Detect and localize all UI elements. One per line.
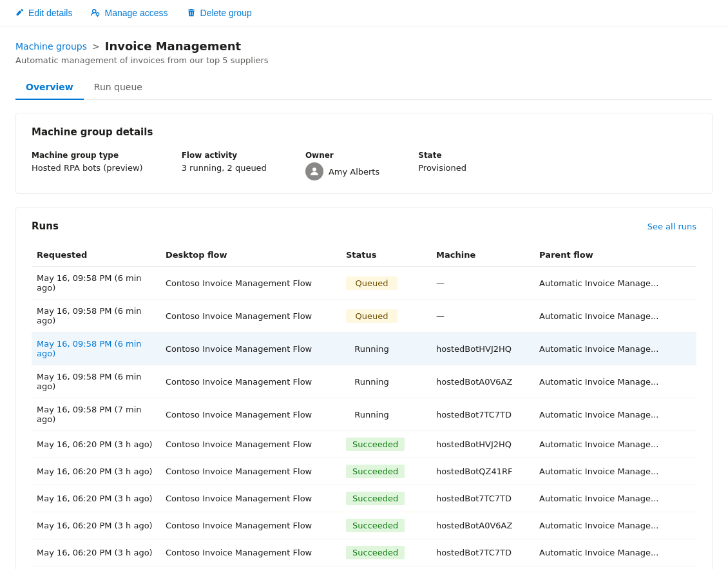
table-body: May 16, 09:58 PM (6 min ago)Contoso Invo…: [32, 267, 696, 566]
flow-activity-label: Flow activity: [182, 151, 267, 160]
svg-point-1: [97, 13, 99, 15]
cell-status: Running: [341, 333, 431, 365]
cell-machine: hostedBotQZ41RF: [431, 458, 534, 485]
delete-icon: [186, 8, 196, 18]
breadcrumb: Machine groups > Invoice Management: [15, 39, 713, 53]
status-badge: Running: [346, 375, 398, 389]
state-label: State: [418, 151, 466, 160]
cell-requested: May 16, 09:58 PM (6 min ago): [32, 267, 160, 300]
col-header-machine: Machine: [431, 245, 534, 267]
cell-machine: hostedBotHVJ2HQ: [431, 431, 534, 458]
table-row: May 16, 06:20 PM (3 h ago)Contoso Invoic…: [32, 512, 696, 539]
cell-desktop-flow: Contoso Invoice Management Flow: [160, 431, 341, 458]
type-label: Machine group type: [32, 151, 143, 160]
type-value: Hosted RPA bots (preview): [32, 163, 143, 173]
breadcrumb-parent-link[interactable]: Machine groups: [15, 41, 87, 52]
cell-machine: hostedBot7TC7TD: [431, 539, 534, 566]
cell-parent-flow: Automatic Invoice Manage...: [534, 333, 696, 365]
tab-overview[interactable]: Overview: [15, 75, 84, 100]
detail-type: Machine group type Hosted RPA bots (prev…: [32, 151, 143, 173]
cell-status: Queued: [341, 300, 431, 333]
cell-desktop-flow: Contoso Invoice Management Flow: [160, 300, 341, 333]
main-content: Machine groups > Invoice Management Auto…: [0, 26, 728, 569]
cell-status: Succeeded: [341, 512, 431, 539]
cell-parent-flow: Automatic Invoice Manage...: [534, 485, 696, 512]
edit-details-button[interactable]: Edit details: [13, 5, 73, 21]
status-badge: Succeeded: [346, 465, 405, 478]
runs-header: Runs See all runs: [32, 220, 696, 232]
page-title: Invoice Management: [105, 39, 241, 53]
owner-wrapper: Amy Alberts: [305, 162, 379, 180]
cell-requested: May 16, 09:58 PM (6 min ago): [32, 300, 160, 333]
cell-machine: hostedBotHVJ2HQ: [431, 333, 534, 365]
cell-desktop-flow: Contoso Invoice Management Flow: [160, 267, 341, 300]
delete-group-button[interactable]: Delete group: [185, 5, 253, 21]
cell-parent-flow: Automatic Invoice Manage...: [534, 431, 696, 458]
cell-machine: hostedBotA0V6AZ: [431, 365, 534, 398]
see-all-runs-link[interactable]: See all runs: [647, 222, 696, 231]
runs-card: Runs See all runs Requested Desktop flow…: [15, 207, 713, 569]
cell-status: Succeeded: [341, 485, 431, 512]
svg-point-0: [93, 10, 96, 13]
cell-requested: May 16, 06:20 PM (3 h ago): [32, 431, 160, 458]
table-row: May 16, 09:58 PM (6 min ago)Contoso Invo…: [32, 267, 696, 300]
cell-requested: May 16, 09:58 PM (7 min ago): [32, 398, 160, 431]
cell-parent-flow: Automatic Invoice Manage...: [534, 365, 696, 398]
page-description: Automatic management of invoices from ou…: [15, 55, 713, 65]
status-badge: Succeeded: [346, 492, 405, 505]
manage-access-button[interactable]: Manage access: [89, 5, 169, 21]
status-badge: Succeeded: [346, 546, 405, 559]
cell-machine: hostedBotA0V6AZ: [431, 512, 534, 539]
cell-status: Running: [341, 365, 431, 398]
owner-name: Amy Alberts: [329, 167, 379, 177]
table-header: Requested Desktop flow Status Machine Pa…: [32, 245, 696, 267]
cell-desktop-flow: Contoso Invoice Management Flow: [160, 458, 341, 485]
owner-label: Owner: [305, 151, 379, 160]
table-row: May 16, 06:20 PM (3 h ago)Contoso Invoic…: [32, 485, 696, 512]
breadcrumb-separator: >: [92, 41, 100, 52]
tab-run-queue[interactable]: Run queue: [84, 75, 153, 100]
col-header-status: Status: [341, 245, 431, 267]
cell-status: Succeeded: [341, 539, 431, 566]
svg-point-3: [312, 168, 316, 171]
manage-access-icon: [90, 8, 101, 18]
table-row: May 16, 09:58 PM (7 min ago)Contoso Invo…: [32, 398, 696, 431]
col-header-parent-flow: Parent flow: [534, 245, 696, 267]
cell-parent-flow: Automatic Invoice Manage...: [534, 539, 696, 566]
machine-group-details-card: Machine group details Machine group type…: [15, 113, 713, 194]
cell-requested[interactable]: May 16, 09:58 PM (6 min ago): [32, 333, 160, 365]
table-row: May 16, 09:58 PM (6 min ago)Contoso Invo…: [32, 300, 696, 333]
table-row: May 16, 06:20 PM (3 h ago)Contoso Invoic…: [32, 431, 696, 458]
runs-title: Runs: [32, 220, 59, 232]
cell-parent-flow: Automatic Invoice Manage...: [534, 300, 696, 333]
cell-status: Succeeded: [341, 431, 431, 458]
requested-link[interactable]: May 16, 09:58 PM (6 min ago): [37, 339, 142, 358]
cell-status: Running: [341, 398, 431, 431]
table-row: May 16, 09:58 PM (6 min ago)Contoso Invo…: [32, 365, 696, 398]
status-badge: Running: [346, 342, 398, 356]
cell-requested: May 16, 06:20 PM (3 h ago): [32, 485, 160, 512]
edit-icon: [14, 8, 24, 18]
detail-owner: Owner Amy Alberts: [305, 151, 379, 180]
cell-parent-flow: Automatic Invoice Manage...: [534, 267, 696, 300]
cell-desktop-flow: Contoso Invoice Management Flow: [160, 485, 341, 512]
cell-requested: May 16, 06:20 PM (3 h ago): [32, 512, 160, 539]
details-grid: Machine group type Hosted RPA bots (prev…: [32, 151, 696, 180]
cell-desktop-flow: Contoso Invoice Management Flow: [160, 365, 341, 398]
table-row: May 16, 06:20 PM (3 h ago)Contoso Invoic…: [32, 458, 696, 485]
flow-activity-value: 3 running, 2 queued: [182, 163, 267, 173]
details-card-title: Machine group details: [32, 126, 696, 138]
cell-machine: —: [431, 300, 534, 333]
runs-table: Requested Desktop flow Status Machine Pa…: [32, 245, 696, 566]
cell-machine: hostedBot7TC7TD: [431, 398, 534, 431]
cell-requested: May 16, 06:20 PM (3 h ago): [32, 458, 160, 485]
cell-status: Succeeded: [341, 458, 431, 485]
state-value: Provisioned: [418, 163, 466, 173]
cell-desktop-flow: Contoso Invoice Management Flow: [160, 333, 341, 365]
cell-requested: May 16, 06:20 PM (3 h ago): [32, 539, 160, 566]
cell-desktop-flow: Contoso Invoice Management Flow: [160, 539, 341, 566]
status-badge: Succeeded: [346, 438, 405, 451]
toolbar: Edit details Manage access Delete group: [0, 0, 728, 26]
cell-parent-flow: Automatic Invoice Manage...: [534, 458, 696, 485]
detail-state: State Provisioned: [418, 151, 466, 173]
